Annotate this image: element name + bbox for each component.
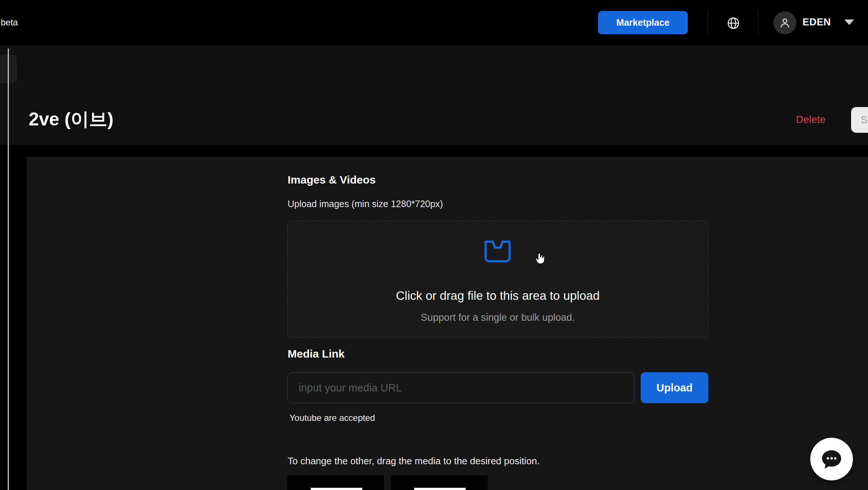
media-thumbnail[interactable] — [287, 475, 384, 490]
topbar-divider — [758, 10, 759, 35]
images-videos-heading: Images & Videos — [288, 174, 376, 186]
user-avatar[interactable] — [773, 11, 796, 34]
thumbnail-progress-bar — [311, 488, 362, 490]
logo-text-fragment: beta — [1, 17, 18, 28]
language-globe-button[interactable] — [725, 15, 741, 31]
save-button-partial[interactable]: S — [851, 107, 868, 133]
user-icon — [779, 17, 791, 29]
chat-support-button[interactable] — [810, 438, 853, 480]
globe-icon — [726, 15, 741, 31]
chat-bubble-icon — [820, 447, 843, 471]
page-title: 2ve (이브) — [29, 107, 114, 132]
delete-button[interactable]: Delete — [796, 114, 826, 125]
left-edge-divider — [8, 49, 9, 490]
chevron-down-icon[interactable] — [844, 19, 854, 25]
dropzone-title: Click or drag file to this area to uploa… — [287, 289, 708, 303]
upload-button[interactable]: Upload — [641, 372, 708, 403]
dropzone-subtitle: Support for a single or bulk upload. — [287, 312, 708, 323]
topbar-divider — [708, 10, 708, 35]
username-label[interactable]: EDEN — [803, 17, 831, 28]
app-root: beta Marketplace EDEN 2ve (이브) Delete S — [0, 0, 868, 490]
drag-reorder-note: To change the other, drag the media to t… — [288, 455, 540, 467]
url-accepted-note: Youtube are accepted — [289, 413, 375, 423]
marketplace-button[interactable]: Marketplace — [598, 11, 688, 34]
media-thumbnail[interactable] — [391, 475, 488, 490]
media-url-input[interactable] — [287, 372, 634, 403]
top-bar: beta Marketplace EDEN — [0, 0, 868, 45]
media-link-heading: Media Link — [288, 348, 345, 360]
upload-size-hint: Upload images (min size 1280*720px) — [288, 199, 443, 209]
header-band: 2ve (이브) Delete S Overview 2 Description… — [0, 45, 868, 145]
inbox-icon — [483, 238, 512, 266]
thumbnail-progress-bar — [414, 488, 466, 490]
